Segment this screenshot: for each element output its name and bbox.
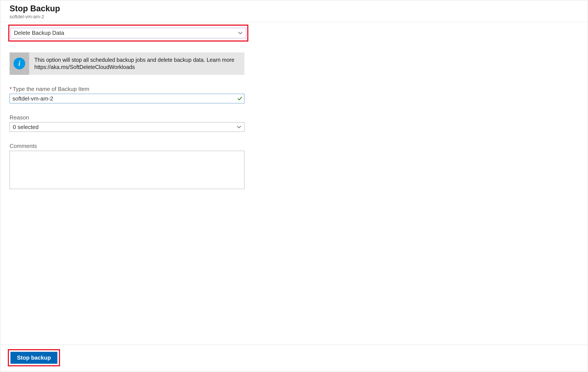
page-title: Stop Backup [10, 4, 578, 13]
info-icon-cell: i [10, 53, 29, 75]
field-backup-item-name: *Type the name of Backup Item [10, 86, 244, 103]
blade-content: Delete Backup Data i This option will st… [1, 22, 587, 345]
required-asterisk: * [10, 86, 12, 92]
backup-action-dropdown-value: Delete Backup Data [14, 30, 64, 36]
stop-backup-button[interactable]: Stop backup [10, 352, 57, 364]
valid-check-icon [237, 96, 242, 101]
info-banner: i This option will stop all scheduled ba… [10, 53, 244, 75]
blade-header: Stop Backup softdel-vm-am-2 [1, 1, 587, 22]
chevron-down-icon [237, 125, 241, 129]
comments-label: Comments [10, 143, 244, 149]
comments-textarea[interactable] [10, 151, 244, 189]
backup-action-dropdown[interactable]: Delete Backup Data [11, 28, 246, 38]
info-icon: i [13, 58, 25, 69]
info-banner-text: This option will stop all scheduled back… [29, 53, 244, 75]
reason-label: Reason [10, 114, 244, 121]
chevron-down-icon [238, 31, 242, 35]
info-text-line-1: This option will stop all scheduled back… [34, 57, 234, 63]
field-reason: Reason 0 selected [10, 114, 244, 132]
annotation-highlight-button: Stop backup [8, 349, 60, 366]
page-subtitle: softdel-vm-am-2 [10, 14, 578, 20]
annotation-highlight-dropdown: Delete Backup Data [8, 25, 248, 42]
info-text-link[interactable]: https://aka.ms/SoftDeleteCloudWorkloads [34, 64, 135, 70]
field-comments: Comments [10, 143, 244, 190]
reason-dropdown[interactable]: 0 selected [10, 122, 244, 132]
backup-item-name-input[interactable] [10, 94, 244, 103]
backup-item-name-label: *Type the name of Backup Item [10, 86, 244, 93]
blade-footer: Stop backup [1, 345, 587, 371]
reason-dropdown-value: 0 selected [13, 124, 39, 130]
